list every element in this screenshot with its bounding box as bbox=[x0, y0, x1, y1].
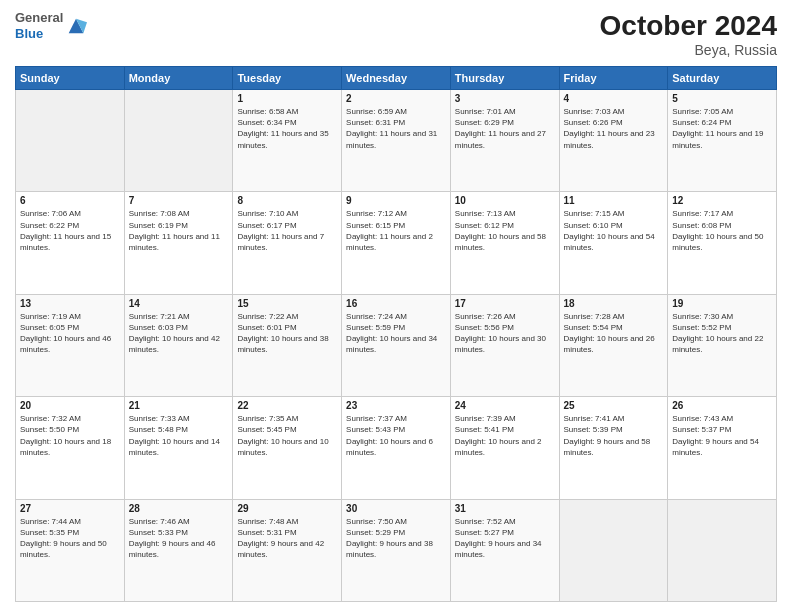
day-number: 3 bbox=[455, 93, 555, 104]
calendar-cell: 7Sunrise: 7:08 AMSunset: 6:19 PMDaylight… bbox=[124, 192, 233, 294]
day-info: Sunrise: 6:58 AMSunset: 6:34 PMDaylight:… bbox=[237, 106, 337, 151]
day-info: Sunrise: 7:39 AMSunset: 5:41 PMDaylight:… bbox=[455, 413, 555, 458]
day-info: Sunrise: 7:12 AMSunset: 6:15 PMDaylight:… bbox=[346, 208, 446, 253]
day-info: Sunrise: 7:13 AMSunset: 6:12 PMDaylight:… bbox=[455, 208, 555, 253]
day-info: Sunrise: 7:37 AMSunset: 5:43 PMDaylight:… bbox=[346, 413, 446, 458]
day-number: 10 bbox=[455, 195, 555, 206]
calendar-title: October 2024 bbox=[600, 10, 777, 42]
header: General Blue October 2024 Beya, Russia bbox=[15, 10, 777, 58]
calendar-cell: 11Sunrise: 7:15 AMSunset: 6:10 PMDayligh… bbox=[559, 192, 668, 294]
calendar-cell: 4Sunrise: 7:03 AMSunset: 6:26 PMDaylight… bbox=[559, 90, 668, 192]
weekday-header: Monday bbox=[124, 67, 233, 90]
calendar-cell: 19Sunrise: 7:30 AMSunset: 5:52 PMDayligh… bbox=[668, 294, 777, 396]
day-number: 2 bbox=[346, 93, 446, 104]
calendar-cell: 16Sunrise: 7:24 AMSunset: 5:59 PMDayligh… bbox=[342, 294, 451, 396]
logo-line2: Blue bbox=[15, 26, 63, 42]
day-number: 28 bbox=[129, 503, 229, 514]
page: General Blue October 2024 Beya, Russia S… bbox=[0, 0, 792, 612]
day-number: 12 bbox=[672, 195, 772, 206]
calendar-subtitle: Beya, Russia bbox=[600, 42, 777, 58]
weekday-header: Wednesday bbox=[342, 67, 451, 90]
day-number: 18 bbox=[564, 298, 664, 309]
day-info: Sunrise: 6:59 AMSunset: 6:31 PMDaylight:… bbox=[346, 106, 446, 151]
day-info: Sunrise: 7:48 AMSunset: 5:31 PMDaylight:… bbox=[237, 516, 337, 561]
calendar-week-row: 6Sunrise: 7:06 AMSunset: 6:22 PMDaylight… bbox=[16, 192, 777, 294]
day-info: Sunrise: 7:30 AMSunset: 5:52 PMDaylight:… bbox=[672, 311, 772, 356]
day-info: Sunrise: 7:19 AMSunset: 6:05 PMDaylight:… bbox=[20, 311, 120, 356]
calendar-cell: 30Sunrise: 7:50 AMSunset: 5:29 PMDayligh… bbox=[342, 499, 451, 601]
day-number: 20 bbox=[20, 400, 120, 411]
calendar-cell: 23Sunrise: 7:37 AMSunset: 5:43 PMDayligh… bbox=[342, 397, 451, 499]
logo-icon bbox=[65, 15, 87, 37]
day-info: Sunrise: 7:03 AMSunset: 6:26 PMDaylight:… bbox=[564, 106, 664, 151]
calendar-cell: 9Sunrise: 7:12 AMSunset: 6:15 PMDaylight… bbox=[342, 192, 451, 294]
calendar-cell bbox=[559, 499, 668, 601]
weekday-header: Thursday bbox=[450, 67, 559, 90]
day-number: 31 bbox=[455, 503, 555, 514]
calendar-week-row: 20Sunrise: 7:32 AMSunset: 5:50 PMDayligh… bbox=[16, 397, 777, 499]
day-info: Sunrise: 7:41 AMSunset: 5:39 PMDaylight:… bbox=[564, 413, 664, 458]
weekday-row: SundayMondayTuesdayWednesdayThursdayFrid… bbox=[16, 67, 777, 90]
day-info: Sunrise: 7:43 AMSunset: 5:37 PMDaylight:… bbox=[672, 413, 772, 458]
calendar-header: SundayMondayTuesdayWednesdayThursdayFrid… bbox=[16, 67, 777, 90]
calendar-cell: 28Sunrise: 7:46 AMSunset: 5:33 PMDayligh… bbox=[124, 499, 233, 601]
calendar-cell: 15Sunrise: 7:22 AMSunset: 6:01 PMDayligh… bbox=[233, 294, 342, 396]
calendar-cell: 17Sunrise: 7:26 AMSunset: 5:56 PMDayligh… bbox=[450, 294, 559, 396]
calendar-cell: 2Sunrise: 6:59 AMSunset: 6:31 PMDaylight… bbox=[342, 90, 451, 192]
day-info: Sunrise: 7:35 AMSunset: 5:45 PMDaylight:… bbox=[237, 413, 337, 458]
day-number: 16 bbox=[346, 298, 446, 309]
day-number: 25 bbox=[564, 400, 664, 411]
day-number: 5 bbox=[672, 93, 772, 104]
calendar-cell: 29Sunrise: 7:48 AMSunset: 5:31 PMDayligh… bbox=[233, 499, 342, 601]
day-info: Sunrise: 7:33 AMSunset: 5:48 PMDaylight:… bbox=[129, 413, 229, 458]
calendar-cell bbox=[668, 499, 777, 601]
day-number: 23 bbox=[346, 400, 446, 411]
day-number: 29 bbox=[237, 503, 337, 514]
logo: General Blue bbox=[15, 10, 87, 41]
day-info: Sunrise: 7:24 AMSunset: 5:59 PMDaylight:… bbox=[346, 311, 446, 356]
calendar-cell: 1Sunrise: 6:58 AMSunset: 6:34 PMDaylight… bbox=[233, 90, 342, 192]
day-number: 11 bbox=[564, 195, 664, 206]
day-info: Sunrise: 7:22 AMSunset: 6:01 PMDaylight:… bbox=[237, 311, 337, 356]
day-number: 7 bbox=[129, 195, 229, 206]
title-block: October 2024 Beya, Russia bbox=[600, 10, 777, 58]
weekday-header: Saturday bbox=[668, 67, 777, 90]
calendar-table: SundayMondayTuesdayWednesdayThursdayFrid… bbox=[15, 66, 777, 602]
day-number: 27 bbox=[20, 503, 120, 514]
day-number: 30 bbox=[346, 503, 446, 514]
calendar-cell: 31Sunrise: 7:52 AMSunset: 5:27 PMDayligh… bbox=[450, 499, 559, 601]
day-info: Sunrise: 7:44 AMSunset: 5:35 PMDaylight:… bbox=[20, 516, 120, 561]
day-number: 22 bbox=[237, 400, 337, 411]
calendar-week-row: 1Sunrise: 6:58 AMSunset: 6:34 PMDaylight… bbox=[16, 90, 777, 192]
calendar-cell bbox=[16, 90, 125, 192]
calendar-body: 1Sunrise: 6:58 AMSunset: 6:34 PMDaylight… bbox=[16, 90, 777, 602]
day-number: 8 bbox=[237, 195, 337, 206]
day-info: Sunrise: 7:15 AMSunset: 6:10 PMDaylight:… bbox=[564, 208, 664, 253]
calendar-cell: 20Sunrise: 7:32 AMSunset: 5:50 PMDayligh… bbox=[16, 397, 125, 499]
weekday-header: Friday bbox=[559, 67, 668, 90]
calendar: SundayMondayTuesdayWednesdayThursdayFrid… bbox=[15, 66, 777, 602]
logo-line1: General bbox=[15, 10, 63, 26]
calendar-cell bbox=[124, 90, 233, 192]
weekday-header: Sunday bbox=[16, 67, 125, 90]
day-number: 19 bbox=[672, 298, 772, 309]
calendar-cell: 27Sunrise: 7:44 AMSunset: 5:35 PMDayligh… bbox=[16, 499, 125, 601]
day-info: Sunrise: 7:52 AMSunset: 5:27 PMDaylight:… bbox=[455, 516, 555, 561]
day-info: Sunrise: 7:32 AMSunset: 5:50 PMDaylight:… bbox=[20, 413, 120, 458]
logo-text: General Blue bbox=[15, 10, 63, 41]
calendar-cell: 22Sunrise: 7:35 AMSunset: 5:45 PMDayligh… bbox=[233, 397, 342, 499]
day-info: Sunrise: 7:28 AMSunset: 5:54 PMDaylight:… bbox=[564, 311, 664, 356]
calendar-cell: 14Sunrise: 7:21 AMSunset: 6:03 PMDayligh… bbox=[124, 294, 233, 396]
day-number: 9 bbox=[346, 195, 446, 206]
calendar-cell: 18Sunrise: 7:28 AMSunset: 5:54 PMDayligh… bbox=[559, 294, 668, 396]
calendar-cell: 3Sunrise: 7:01 AMSunset: 6:29 PMDaylight… bbox=[450, 90, 559, 192]
calendar-cell: 10Sunrise: 7:13 AMSunset: 6:12 PMDayligh… bbox=[450, 192, 559, 294]
day-number: 14 bbox=[129, 298, 229, 309]
day-number: 6 bbox=[20, 195, 120, 206]
day-info: Sunrise: 7:08 AMSunset: 6:19 PMDaylight:… bbox=[129, 208, 229, 253]
day-number: 4 bbox=[564, 93, 664, 104]
calendar-cell: 21Sunrise: 7:33 AMSunset: 5:48 PMDayligh… bbox=[124, 397, 233, 499]
day-number: 1 bbox=[237, 93, 337, 104]
calendar-cell: 24Sunrise: 7:39 AMSunset: 5:41 PMDayligh… bbox=[450, 397, 559, 499]
day-number: 17 bbox=[455, 298, 555, 309]
